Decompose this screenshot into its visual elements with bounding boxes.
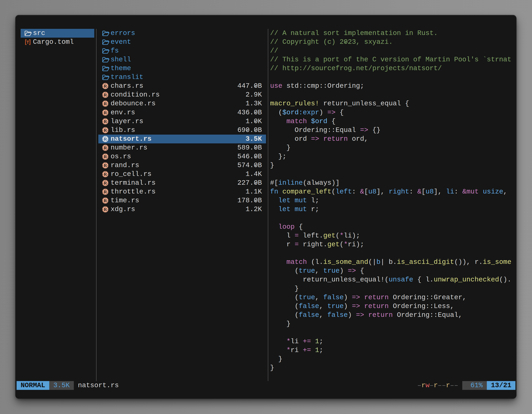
svg-text:R: R — [104, 92, 107, 97]
svg-text:R: R — [104, 198, 107, 203]
svg-text:R: R — [104, 145, 107, 150]
svg-text:R: R — [104, 163, 107, 168]
svg-text:R: R — [104, 101, 107, 106]
svg-text:R: R — [104, 110, 107, 115]
svg-text:R: R — [104, 172, 107, 177]
svg-text:R: R — [104, 180, 107, 185]
svg-text:R: R — [104, 119, 107, 124]
svg-text:R: R — [104, 136, 107, 142]
svg-text:R: R — [104, 83, 107, 88]
svg-text:R: R — [104, 207, 107, 212]
svg-text:R: R — [104, 128, 107, 133]
svg-text:R: R — [104, 189, 107, 194]
svg-text:R: R — [104, 154, 107, 159]
